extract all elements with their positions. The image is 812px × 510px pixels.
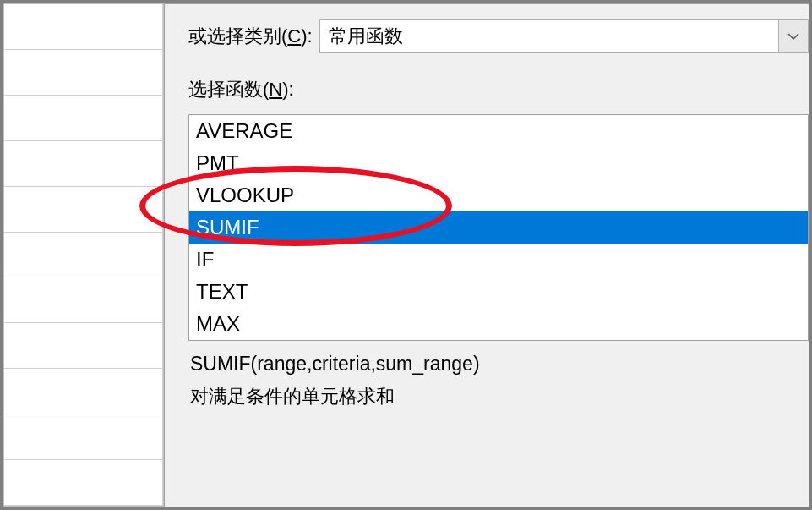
spreadsheet-cell[interactable] xyxy=(4,50,163,96)
category-label: 或选择类别(C): xyxy=(188,24,313,49)
select-function-label: 选择函数(N): xyxy=(188,77,809,102)
spreadsheet-cell[interactable] xyxy=(4,369,163,414)
spreadsheet-cell[interactable] xyxy=(4,460,163,506)
insert-function-dialog: 或选择类别(C): 常用函数 选择函数(N): AVERAGEPMTVLOOKU… xyxy=(164,3,809,507)
category-dropdown-button[interactable] xyxy=(778,19,809,53)
spreadsheet-cell[interactable] xyxy=(4,141,163,187)
function-item-pmt[interactable]: PMT xyxy=(189,147,808,179)
spreadsheet-cell[interactable] xyxy=(4,187,163,233)
function-description: 对满足条件的单元格求和 xyxy=(190,384,809,409)
function-listbox[interactable]: AVERAGEPMTVLOOKUPSUMIFIFTEXTMAX xyxy=(188,114,809,341)
function-item-text[interactable]: TEXT xyxy=(189,276,808,308)
spreadsheet-cell[interactable] xyxy=(4,4,163,50)
function-item-average[interactable]: AVERAGE xyxy=(189,115,808,147)
category-dropdown-value: 常用函数 xyxy=(329,24,403,49)
spreadsheet-column xyxy=(3,3,164,507)
function-item-vlookup[interactable]: VLOOKUP xyxy=(189,179,808,211)
spreadsheet-cell[interactable] xyxy=(4,414,163,460)
spreadsheet-cell[interactable] xyxy=(4,233,163,278)
function-syntax: SUMIF(range,criteria,sum_range) xyxy=(190,353,809,376)
function-item-max[interactable]: MAX xyxy=(189,308,808,340)
chevron-down-icon xyxy=(787,33,799,40)
function-item-if[interactable]: IF xyxy=(189,244,808,276)
category-dropdown[interactable]: 常用函数 xyxy=(319,19,809,53)
spreadsheet-cell[interactable] xyxy=(4,96,163,141)
spreadsheet-cell[interactable] xyxy=(4,323,163,369)
function-item-sumif[interactable]: SUMIF xyxy=(189,211,808,244)
spreadsheet-cell[interactable] xyxy=(4,277,163,323)
